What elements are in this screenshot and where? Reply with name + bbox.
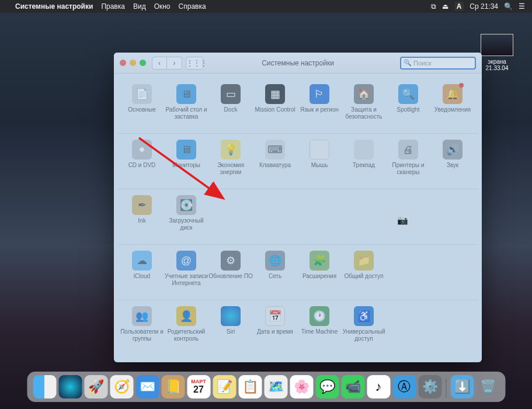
- dock-finder[interactable]: [33, 375, 56, 398]
- zoom-button[interactable]: [140, 60, 146, 66]
- menu-window[interactable]: Окно: [154, 2, 171, 11]
- airplay-icon[interactable]: ⧉: [431, 2, 436, 11]
- pref-monitor[interactable]: 🖥Мониторы: [164, 137, 208, 183]
- dock-reminders[interactable]: 📋: [238, 375, 262, 398]
- pref-mission[interactable]: ▦Mission Control: [253, 82, 297, 127]
- show-all-button[interactable]: ⋮⋮⋮: [186, 57, 203, 70]
- pref-spotlight[interactable]: 🔍Spotlight: [386, 82, 430, 127]
- dock-calendar[interactable]: МАРТ27: [187, 375, 210, 398]
- pref-dock[interactable]: ▭Dock: [208, 82, 253, 127]
- dock-maps[interactable]: 🗺️: [264, 375, 287, 398]
- dock-itunes[interactable]: ♪: [367, 375, 390, 398]
- pref-label: Уведомления: [430, 106, 475, 113]
- spotlight-menubar-icon[interactable]: 🔍: [504, 2, 513, 11]
- pref-siri[interactable]: Siri: [208, 304, 253, 349]
- minimize-button[interactable]: [130, 60, 136, 66]
- window-title: Системные настройки: [262, 59, 334, 67]
- search-icon: 🔍: [404, 59, 412, 67]
- pref-label: Time Machine: [297, 328, 342, 335]
- pref-security[interactable]: 🏠Защита и безопасность: [342, 82, 386, 127]
- pref-energy[interactable]: 💡Экономия энергии: [208, 137, 253, 183]
- dock-messages[interactable]: 💬: [315, 375, 339, 398]
- pref-label: Загрузочный диск: [164, 217, 208, 231]
- dock-appstore[interactable]: Ⓐ: [392, 375, 416, 398]
- eject-icon[interactable]: ⏏: [442, 2, 448, 11]
- pref-label: Ink: [120, 217, 164, 224]
- dock-siri[interactable]: [58, 375, 82, 398]
- clock[interactable]: Ср 21:34: [470, 2, 498, 11]
- forward-button[interactable]: ›: [167, 57, 182, 70]
- dock-launchpad[interactable]: 🚀: [84, 375, 107, 398]
- pref-ink[interactable]: ✒Ink: [120, 193, 164, 238]
- pref-accessibility[interactable]: ♿Универсальный доступ: [342, 304, 386, 349]
- pref-general[interactable]: 📄Основные: [120, 82, 164, 127]
- spotlight-icon: 🔍: [398, 84, 418, 104]
- pref-desktop[interactable]: 🖥Рабочий стол и заставка: [164, 82, 208, 127]
- dock-facetime[interactable]: 📹: [341, 375, 364, 398]
- mission-icon: ▦: [265, 84, 285, 104]
- pref-trackpad[interactable]: Трекпад: [342, 137, 386, 183]
- pref-lang[interactable]: 🏳Язык и регион: [297, 82, 342, 127]
- desktop-icon: 🖥: [176, 84, 196, 104]
- pref-label: Dock: [208, 106, 253, 113]
- pref-label: Экономия энергии: [208, 162, 253, 175]
- pref-notif[interactable]: 🔔Уведомления: [430, 82, 475, 127]
- pref-label: Дата и время: [253, 328, 297, 335]
- pref-startup[interactable]: 💽Загрузочный диск: [164, 193, 208, 238]
- pref-sharing[interactable]: 📁Общий доступ: [342, 248, 386, 294]
- pref-network[interactable]: 🌐Сеть: [253, 248, 297, 294]
- notification-center-icon[interactable]: ☰: [519, 2, 525, 11]
- dock: 🚀 🧭 ✉️ 📒 МАРТ27 📝 📋 🗺️ 🌸 💬 📹 ♪ Ⓐ ⚙️ ⬇️ 🗑…: [27, 372, 505, 402]
- pref-label: Учетные записи Интернета: [164, 273, 208, 286]
- pref-parental[interactable]: 👤Родительский контроль: [164, 304, 208, 349]
- input-source[interactable]: A: [454, 2, 464, 11]
- pref-label: Мышь: [297, 162, 342, 169]
- dock-photos[interactable]: 🌸: [290, 375, 313, 398]
- pref-keyboard[interactable]: ⌨Клавиатура: [253, 137, 297, 183]
- timemachine-icon: 🕐: [310, 306, 329, 326]
- dock-downloads[interactable]: ⬇️: [450, 375, 474, 398]
- pref-label: Расширения: [297, 273, 342, 280]
- back-button[interactable]: ‹: [152, 57, 167, 70]
- pref-cd[interactable]: CD и DVD: [120, 137, 164, 183]
- close-button[interactable]: [120, 60, 126, 66]
- search-field[interactable]: 🔍 Поиск: [400, 57, 476, 70]
- pref-icloud[interactable]: ☁iCloud: [120, 248, 164, 294]
- pref-label: Трекпад: [342, 162, 386, 169]
- pref-label: Mission Control: [253, 106, 297, 113]
- pref-printer[interactable]: 🖨Принтеры и сканеры: [386, 137, 430, 183]
- trackpad-icon: [354, 140, 374, 160]
- app-menu[interactable]: Системные настройки: [15, 2, 93, 11]
- pref-label: Пользователи и группы: [120, 328, 164, 342]
- dock-icon: ▭: [221, 84, 241, 104]
- dock-contacts[interactable]: 📒: [161, 375, 185, 398]
- energy-icon: 💡: [221, 140, 241, 160]
- pref-sound[interactable]: 🔊Звук: [430, 137, 475, 183]
- ink-icon: ✒: [132, 195, 152, 215]
- keyboard-icon: ⌨: [265, 140, 285, 160]
- users-icon: 👥: [132, 306, 152, 326]
- dock-mail[interactable]: ✉️: [135, 375, 159, 398]
- pref-label: Рабочий стол и заставка: [164, 106, 208, 120]
- window-controls: [120, 60, 146, 66]
- pref-update[interactable]: ⚙Обновление ПО: [208, 248, 253, 294]
- startup-icon: 💽: [176, 195, 196, 215]
- menu-edit[interactable]: Правка: [101, 2, 125, 11]
- pref-users[interactable]: 👥Пользователи и группы: [120, 304, 164, 349]
- pref-extensions[interactable]: 🧩Расширения: [297, 248, 342, 294]
- pref-label: Звук: [430, 162, 475, 169]
- pref-timemachine[interactable]: 🕐Time Machine: [297, 304, 342, 349]
- printer-icon: 🖨: [398, 140, 418, 160]
- dock-system-preferences[interactable]: ⚙️: [418, 375, 441, 398]
- desktop-screenshot-file[interactable]: экрана 21.33.04: [479, 34, 514, 71]
- menu-view[interactable]: Вид: [133, 2, 146, 11]
- dock-safari[interactable]: 🧭: [110, 375, 133, 398]
- dock-trash[interactable]: 🗑️: [476, 375, 499, 398]
- pref-accounts[interactable]: @Учетные записи Интернета: [164, 248, 208, 294]
- pref-datetime[interactable]: 📅Дата и время: [253, 304, 297, 349]
- titlebar: ‹ › ⋮⋮⋮ Системные настройки 🔍 Поиск: [114, 53, 482, 74]
- pref-label: Принтеры и сканеры: [386, 162, 430, 175]
- menu-help[interactable]: Справка: [179, 2, 206, 11]
- pref-mouse[interactable]: Мышь: [297, 137, 342, 183]
- dock-notes[interactable]: 📝: [213, 375, 236, 398]
